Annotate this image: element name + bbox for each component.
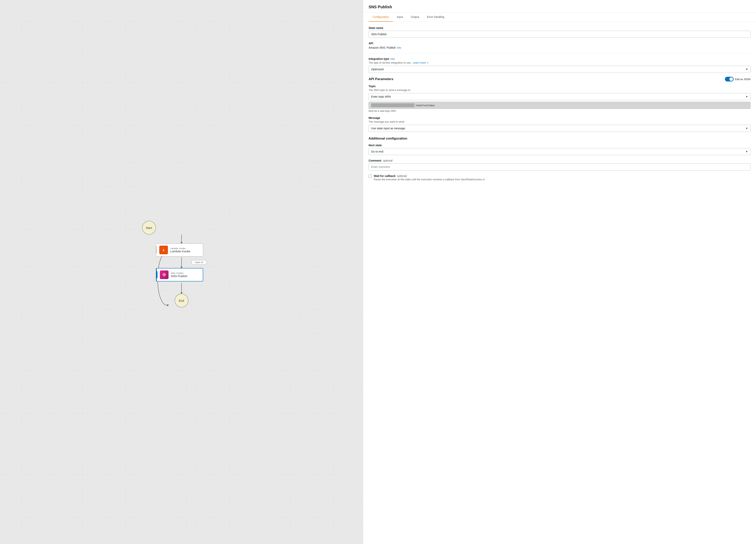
- next-state-select-wrapper: Go to end ▼: [369, 148, 750, 155]
- panel-title: SNS Publish: [369, 5, 750, 9]
- next-state-label: Next state: [369, 144, 750, 147]
- divider-1: [369, 53, 750, 53]
- sns-text: SNS: Publish SNS Publish: [171, 272, 187, 278]
- additional-config-title: Additional configuration: [369, 137, 750, 141]
- api-info-link[interactable]: Info: [397, 46, 401, 49]
- sns-rect[interactable]: SNS: Publish SNS Publish: [156, 268, 203, 281]
- api-section: API Amazon SNS: Publish Info: [369, 42, 750, 49]
- tab-output[interactable]: Output: [407, 13, 423, 22]
- arn-blurred: [371, 103, 414, 107]
- message-label: Message: [369, 116, 750, 119]
- api-parameters-section: API Parameters Edit as JSON Topic The SN…: [369, 77, 750, 132]
- integration-type-label: Integration type: [369, 57, 389, 60]
- state-name-section: State name: [369, 26, 750, 38]
- state-name-label: State name: [369, 26, 750, 30]
- lambda-text: Lambda: Invoke Lambda Invoke: [170, 247, 191, 253]
- topic-sub: The SNS topic to send a message to.: [369, 89, 750, 92]
- api-label: API: [369, 42, 750, 45]
- start-node: Start: [142, 221, 156, 235]
- sns-icon-bg: [160, 270, 169, 279]
- svg-point-13: [164, 274, 165, 275]
- api-value-row: Amazon SNS: Publish Info: [369, 46, 750, 49]
- wait-callback-sub: Pause the execution at this state until …: [374, 178, 485, 181]
- end-node: End: [175, 294, 188, 307]
- wait-callback-label: Wait for callback optional: [374, 174, 485, 178]
- wait-callback-labels: Wait for callback optional Pause the exe…: [374, 174, 485, 181]
- arn-visible: :HelloFuncFailed: [415, 104, 435, 107]
- workflow-svg-wrapper: Catch #1 Start: [142, 221, 221, 323]
- sns-node[interactable]: SNS: Publish SNS Publish: [156, 268, 203, 281]
- start-circle[interactable]: Start: [142, 221, 156, 235]
- integration-type-subtext: The type of service integration to use. …: [369, 61, 750, 64]
- svg-text:λ: λ: [163, 248, 164, 252]
- lambda-icon: λ: [161, 247, 166, 253]
- tab-input[interactable]: Input: [393, 13, 407, 22]
- message-dropdown[interactable]: Use state input as message Enter message: [369, 125, 750, 132]
- start-label: Start: [146, 226, 152, 229]
- sns-icon: [161, 272, 167, 278]
- lambda-rect[interactable]: λ Lambda: Invoke Lambda Invoke: [156, 243, 203, 256]
- lambda-top-label: Lambda: Invoke: [170, 247, 191, 250]
- next-state-select[interactable]: Go to end: [369, 148, 750, 155]
- api-params-header: API Parameters Edit as JSON: [369, 77, 750, 81]
- arn-display-row: :HelloFuncFailed: [369, 102, 750, 109]
- tabs-row: Configuration Input Output Error handlin…: [363, 13, 756, 22]
- wait-callback-main-text: Wait for callback: [374, 174, 396, 178]
- lambda-icon-bg: λ: [159, 246, 168, 254]
- wait-callback-checkbox[interactable]: [369, 175, 372, 178]
- next-state-section: Next state Go to end ▼: [369, 144, 750, 155]
- lambda-node[interactable]: λ Lambda: Invoke Lambda Invoke: [156, 243, 203, 256]
- topic-section: Topic The SNS topic to send a message to…: [369, 85, 750, 112]
- sns-main-label: SNS Publish: [171, 274, 187, 278]
- panel-header: SNS Publish: [363, 0, 756, 13]
- arn-value-display[interactable]: :HelloFuncFailed: [369, 102, 750, 109]
- workflow-diagram: Catch #1 Start: [0, 0, 363, 544]
- external-link-icon: ↗: [427, 61, 429, 64]
- integration-sub: The type of service integration to use.: [369, 61, 411, 64]
- lambda-drag-handle: [156, 246, 157, 253]
- comment-label: Comment optional: [369, 159, 750, 162]
- workflow-nodes: Catch #1 Start: [142, 221, 221, 323]
- arn-hint: Must be a valid topic ARN.: [369, 110, 750, 112]
- message-dropdown-wrapper: Use state input as message Enter message…: [369, 125, 750, 132]
- end-label: End: [179, 299, 184, 302]
- integration-type-info[interactable]: Info: [390, 57, 395, 60]
- message-sub: The message you want to send.: [369, 120, 750, 123]
- tab-error-handling[interactable]: Error handling: [423, 13, 448, 22]
- svg-text:Catch #1: Catch #1: [195, 261, 203, 264]
- comment-label-text: Comment: [369, 159, 381, 162]
- learn-more-link[interactable]: Learn more: [413, 61, 426, 64]
- topic-dropdown[interactable]: Enter topic ARN Use state input: [369, 93, 750, 100]
- panel-content: State name API Amazon SNS: Publish Info …: [363, 26, 756, 186]
- integration-type-header: Integration type Info: [369, 57, 750, 60]
- additional-config-section: Additional configuration Next state Go t…: [369, 137, 750, 181]
- message-section: Message The message you want to send. Us…: [369, 116, 750, 132]
- wait-callback-optional: optional: [397, 174, 407, 178]
- end-circle[interactable]: End: [175, 294, 188, 307]
- edit-json-toggle[interactable]: [725, 77, 734, 81]
- comment-optional: optional: [383, 159, 393, 162]
- lambda-main-label: Lambda Invoke: [170, 250, 191, 253]
- integration-type-select[interactable]: Optimized Request Response Wait for Call…: [369, 66, 750, 73]
- sns-drag-handle: [156, 271, 157, 278]
- topic-label: Topic: [369, 85, 750, 88]
- wait-callback-row: Wait for callback optional Pause the exe…: [369, 174, 750, 181]
- integration-type-section: Integration type Info The type of servic…: [369, 57, 750, 73]
- sns-top-label: SNS: Publish: [171, 272, 187, 274]
- config-panel: SNS Publish Configuration Input Output E…: [363, 0, 756, 544]
- edit-json-label: Edit as JSON: [735, 78, 750, 81]
- tab-configuration[interactable]: Configuration: [369, 13, 393, 22]
- topic-dropdown-wrapper: Enter topic ARN Use state input ▼: [369, 93, 750, 100]
- api-params-title: API Parameters: [369, 77, 393, 81]
- comment-input[interactable]: [369, 163, 750, 170]
- edit-json-row: Edit as JSON: [725, 77, 750, 81]
- state-name-input[interactable]: [369, 31, 750, 38]
- api-value: Amazon SNS: Publish: [369, 46, 396, 49]
- integration-type-select-wrapper: Optimized Request Response Wait for Call…: [369, 66, 750, 73]
- comment-section: Comment optional: [369, 159, 750, 170]
